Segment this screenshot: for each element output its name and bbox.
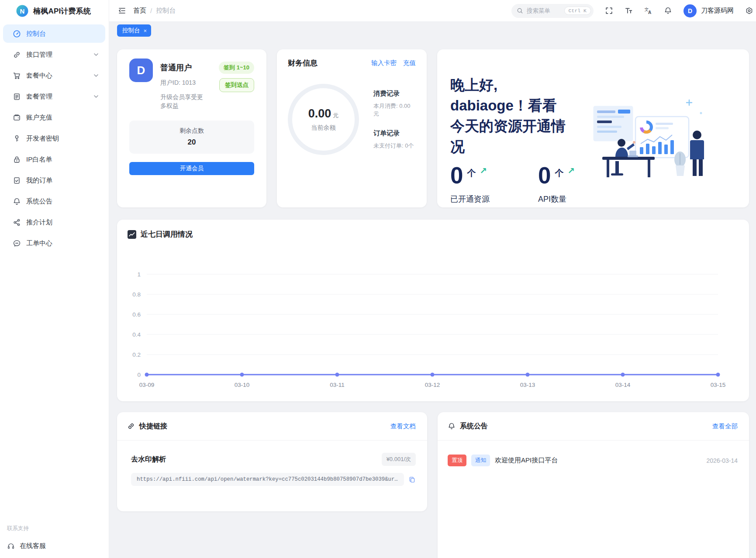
search-placeholder: 搜索菜单 xyxy=(527,7,561,15)
lock-icon xyxy=(13,155,21,164)
sidebar-item-recharge[interactable]: 账户充值 xyxy=(3,108,105,127)
sidebar-collapse-button[interactable] xyxy=(118,7,126,15)
online-service-label: 在线客服 xyxy=(20,542,46,550)
header-actions: 搜索菜单 Ctrl K 文 A xyxy=(511,4,753,18)
wallet-icon xyxy=(13,114,21,122)
fullscreen-button[interactable] xyxy=(605,7,613,15)
stat-value: 0 xyxy=(450,164,463,187)
stat-label: 已开通资源 xyxy=(450,194,538,204)
svg-text:03-12: 03-12 xyxy=(425,382,440,388)
chevron-down-icon xyxy=(93,52,99,58)
svg-text:0.6: 0.6 xyxy=(132,311,141,318)
points-value: 20 xyxy=(188,138,196,147)
svg-text:0.2: 0.2 xyxy=(132,351,141,358)
notifications-button[interactable] xyxy=(664,7,672,15)
search-input[interactable]: 搜索菜单 Ctrl K xyxy=(511,4,594,18)
trend-up-icon: ↗ xyxy=(480,165,487,176)
open-vip-button[interactable]: 开通会员 xyxy=(129,162,254,175)
consume-record-title[interactable]: 消费记录 xyxy=(373,90,416,98)
app-logo-icon: N xyxy=(16,4,29,17)
online-service-button[interactable]: 在线客服 xyxy=(7,542,102,550)
upgrade-hint: 升级会员享受更多权益 xyxy=(160,93,204,110)
order-record-title[interactable]: 订单记录 xyxy=(373,129,416,138)
font-size-button[interactable] xyxy=(625,7,633,15)
bell-icon xyxy=(13,197,21,206)
balance-label: 当前余额 xyxy=(311,124,336,132)
headset-icon xyxy=(7,542,15,550)
svg-text:03-15: 03-15 xyxy=(711,382,726,388)
sidebar-item-api[interactable]: 接口管理 xyxy=(3,45,105,64)
copy-url-button[interactable] xyxy=(408,476,416,483)
svg-text:N: N xyxy=(20,7,25,15)
settings-button[interactable] xyxy=(745,7,753,15)
share-icon xyxy=(13,218,21,227)
sidebar-item-tickets[interactable]: 工单中心 xyxy=(3,234,105,252)
user-role: 普通用户 xyxy=(160,62,219,73)
consume-record-detail: 本月消费: 0.00元 xyxy=(373,102,416,118)
sidebar-item-dev-keys[interactable]: 开发者密钥 xyxy=(3,129,105,148)
bell-icon xyxy=(664,7,672,15)
signin-button[interactable]: 签到送点 xyxy=(219,78,254,92)
announcements-title: 系统公告 xyxy=(460,422,488,431)
ticket-icon xyxy=(13,239,21,248)
chevron-down-icon xyxy=(93,93,99,100)
user-menu[interactable]: D 刀客源码网 xyxy=(684,4,734,17)
sidebar-item-package-center[interactable]: 套餐中心 xyxy=(3,66,105,85)
recharge-link[interactable]: 充值 xyxy=(403,59,416,67)
collapse-menu-icon xyxy=(118,7,126,15)
translate-icon: 文 A xyxy=(644,7,652,15)
quick-link-name: 去水印解析 xyxy=(131,455,166,464)
user-avatar: D xyxy=(129,59,153,82)
tab-bar: 控制台 × xyxy=(109,22,756,39)
enter-card-key-link[interactable]: 输入卡密 xyxy=(371,59,397,67)
svg-text:03-09: 03-09 xyxy=(139,382,155,388)
seven-day-calls-card: 近七日调用情况 10.80.60.40.2003-0903-1003-1103-… xyxy=(117,220,749,401)
sidebar-item-referral[interactable]: 推介计划 xyxy=(3,213,105,231)
sidebar-item-package-admin[interactable]: 套餐管理 xyxy=(3,87,105,106)
svg-text:03-14: 03-14 xyxy=(615,382,631,388)
quick-link-url[interactable]: https://api.nfiii.com/api/open/watermark… xyxy=(131,473,404,486)
view-all-link[interactable]: 查看全部 xyxy=(712,422,738,431)
sidebar-item-ip-whitelist[interactable]: IP白名单 xyxy=(3,150,105,169)
stat-value: 0 xyxy=(538,164,551,187)
breadcrumb-current: 控制台 xyxy=(156,7,176,15)
announcements-card: 系统公告 查看全部 置顶 通知 欢迎使用API接口平台 2026-03-14 xyxy=(438,412,749,558)
package-icon xyxy=(13,93,21,101)
support-label: 联系支持 xyxy=(7,525,102,532)
top-header: 首页 / 控制台 搜索菜单 Ctrl K xyxy=(109,0,756,22)
fullscreen-icon xyxy=(605,7,613,15)
chart-title: 近七日调用情况 xyxy=(141,229,193,239)
api-icon xyxy=(13,51,21,59)
summary-row: D 普通用户 用户ID: 1013 升级会员享受更多权益 签到 1~10 签到送… xyxy=(117,49,749,207)
quick-link-price-badge: ¥0.001/次 xyxy=(382,453,416,466)
sidebar-item-announcements[interactable]: 系统公告 xyxy=(3,192,105,210)
translate-button[interactable]: 文 A xyxy=(644,7,652,15)
user-id: 用户ID: 1013 xyxy=(160,79,219,87)
signin-range-badge: 签到 1~10 xyxy=(219,62,254,74)
announcement-text[interactable]: 欢迎使用API接口平台 xyxy=(495,456,558,465)
svg-text:0: 0 xyxy=(137,372,141,378)
line-chart-icon xyxy=(128,230,136,239)
bottom-row: 快捷链接 查看文档 去水印解析 ¥0.001/次 https://api.nfi… xyxy=(117,412,749,558)
svg-text:0.4: 0.4 xyxy=(132,331,141,338)
stat-label: API数量 xyxy=(538,194,626,204)
breadcrumb-separator: / xyxy=(150,7,152,14)
tab-close-icon[interactable]: × xyxy=(144,28,147,34)
balance-unit: 元 xyxy=(333,112,338,119)
stat-unit: 个 xyxy=(467,167,476,179)
greeting-text: 晚上好, dabiaoge！看看今天的资源开通情况 xyxy=(450,75,567,157)
balance-circle: 0.00元 当前余额 xyxy=(288,84,359,155)
view-docs-link[interactable]: 查看文档 xyxy=(390,422,416,431)
seven-day-chart: 10.80.60.40.2003-0903-1003-1103-1203-130… xyxy=(117,245,749,401)
sidebar-item-dashboard[interactable]: 控制台 xyxy=(3,24,105,43)
app-logo: N 楠枫API计费系统 xyxy=(0,0,109,22)
order-icon xyxy=(13,176,21,185)
announcement-item[interactable]: 置顶 通知 欢迎使用API接口平台 2026-03-14 xyxy=(438,441,749,466)
breadcrumb-home[interactable]: 首页 xyxy=(133,7,146,15)
tab-dashboard[interactable]: 控制台 × xyxy=(117,24,151,37)
sidebar-item-orders[interactable]: 我的订单 xyxy=(3,171,105,189)
announcement-date: 2026-03-14 xyxy=(706,457,738,464)
search-shortcut-badge: Ctrl K xyxy=(564,7,591,15)
quick-links-card: 快捷链接 查看文档 去水印解析 ¥0.001/次 https://api.nfi… xyxy=(117,412,427,511)
tab-label: 控制台 xyxy=(122,27,140,34)
